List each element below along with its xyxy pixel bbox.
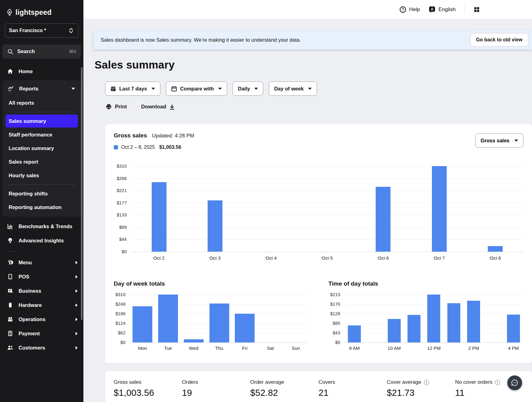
- sidebar-item-staff-performance[interactable]: Staff performance: [6, 128, 78, 141]
- bar[interactable]: [407, 315, 420, 342]
- y-axis-label: $0: [335, 340, 340, 345]
- y-axis-label: $186: [116, 311, 125, 316]
- help-button[interactable]: ? Help: [399, 6, 420, 13]
- gross-sales-card: Gross sales Updated: 4:28 PM Gross sales…: [105, 124, 532, 363]
- svg-text:?: ?: [402, 7, 404, 12]
- summary-stats-card: Gross sales $1,003.56 Orders 19 Order av…: [105, 371, 532, 402]
- granularity-filter[interactable]: Daily: [233, 82, 263, 96]
- compare-with-filter[interactable]: Compare with: [166, 82, 227, 96]
- sub-charts-row: Day of week totals $310$248$186$124$62$0…: [114, 280, 523, 351]
- info-icon[interactable]: i: [495, 380, 500, 385]
- sidebar-item-pos[interactable]: POS: [0, 270, 83, 284]
- bar-slot: [155, 295, 181, 342]
- bar[interactable]: [488, 246, 503, 252]
- y-axis-label: $177: [117, 200, 127, 205]
- sidebar-item-label: All reports: [9, 100, 34, 106]
- sidebar-item-label: Benchmarks & Trends: [19, 224, 72, 229]
- bar[interactable]: [507, 315, 520, 342]
- bar-slot: [355, 166, 411, 252]
- sidebar-item-hardware[interactable]: Hardware: [0, 298, 83, 312]
- bar[interactable]: [208, 200, 222, 252]
- metric-selector-dropdown[interactable]: Gross sales: [475, 133, 523, 148]
- go-back-to-old-view-button[interactable]: Go back to old view: [470, 33, 528, 47]
- sidebar-item-menu[interactable]: Menu: [0, 255, 83, 270]
- bar[interactable]: [133, 306, 152, 343]
- bar-slot: [411, 166, 467, 252]
- search-shortcut: ⌘K: [69, 49, 77, 54]
- bar[interactable]: [152, 182, 167, 252]
- sidebar-item-home[interactable]: Home: [0, 64, 83, 78]
- stat-gross-sales: Gross sales $1,003.56: [114, 379, 182, 398]
- bar-slot: [130, 295, 155, 342]
- location-selector[interactable]: San Francisco *: [5, 23, 78, 38]
- bar[interactable]: [209, 304, 229, 342]
- grouping-filter[interactable]: Day of week: [269, 82, 317, 96]
- print-button[interactable]: Print: [106, 104, 127, 110]
- sidebar-item-reports[interactable]: Reports: [2, 82, 81, 96]
- stat-value: $52.82: [250, 388, 319, 398]
- legend-date-range: Oct 2 – 8, 2025: [121, 144, 155, 150]
- sidebar-item-benchmarks[interactable]: Benchmarks & Trends: [0, 219, 83, 233]
- x-axis-label: 10 AM: [384, 345, 404, 351]
- download-button[interactable]: Download: [141, 104, 175, 110]
- bar[interactable]: [427, 295, 440, 342]
- sidebar-item-label: Menu: [19, 260, 32, 266]
- x-axis-label: [444, 345, 464, 351]
- search-icon: [7, 48, 14, 55]
- bar[interactable]: [235, 314, 255, 342]
- bar-slot: [444, 295, 464, 342]
- bar-slot: [187, 166, 243, 252]
- y-axis-label: $89: [119, 225, 127, 230]
- sidebar-item-hourly-sales[interactable]: Hourly sales: [6, 169, 78, 182]
- sidebar-item-sales-summary[interactable]: Sales summary: [6, 115, 78, 128]
- y-axis-label: $44: [119, 237, 127, 242]
- search-input[interactable]: Search ⌘K: [2, 44, 81, 59]
- sidebar-item-location-summary[interactable]: Location summary: [6, 142, 78, 155]
- search-placeholder: Search: [17, 48, 35, 55]
- bar[interactable]: [348, 325, 361, 342]
- y-axis-label: $170: [330, 302, 340, 307]
- bar[interactable]: [158, 295, 178, 342]
- chevron-down-icon: [514, 140, 518, 142]
- sidebar-scrollbar[interactable]: [81, 67, 82, 320]
- app-switcher-button[interactable]: [473, 6, 480, 13]
- chevron-down-icon: [254, 88, 258, 90]
- sidebar-item-customers[interactable]: Customers: [0, 341, 83, 355]
- download-label: Download: [141, 104, 166, 110]
- date-range-filter[interactable]: Last 7 days: [105, 82, 160, 96]
- chat-support-button[interactable]: [507, 375, 522, 390]
- chevron-right-icon: [75, 261, 78, 265]
- y-axis: $310$266$221$177$133$89$44$0: [114, 166, 131, 252]
- bar[interactable]: [376, 187, 391, 252]
- x-axis-label: 8 AM: [344, 345, 364, 351]
- bar[interactable]: [184, 339, 204, 342]
- bar[interactable]: [388, 319, 401, 342]
- business-icon: [7, 287, 14, 294]
- sidebar-item-operations[interactable]: Operations: [0, 312, 83, 326]
- sidebar-item-reporting-shifts[interactable]: Reporting shifts: [6, 187, 78, 200]
- language-button[interactable]: A English: [429, 6, 456, 13]
- sidebar-item-payment[interactable]: Payment: [0, 326, 83, 341]
- bar[interactable]: [447, 303, 460, 342]
- y-axis-label: $128: [330, 311, 340, 316]
- top-bar: ? Help A English: [83, 0, 532, 19]
- sidebar-item-reporting-automation[interactable]: Reporting automation: [6, 201, 78, 214]
- actions-row: Print Download: [106, 104, 532, 110]
- stat-cover-average: Cover average i $21.73: [387, 379, 455, 398]
- bar[interactable]: [467, 301, 480, 342]
- sidebar-item-business[interactable]: Business: [0, 284, 83, 298]
- sidebar-item-label: Sales report: [9, 159, 38, 165]
- bars-layer: [131, 166, 523, 252]
- time-of-day-section: Time of day totals $213$170$128$85$43$0 …: [328, 280, 523, 351]
- chevron-right-icon: [75, 332, 78, 336]
- sidebar-item-all-reports[interactable]: All reports: [6, 96, 78, 109]
- y-axis-label: $133: [117, 212, 127, 217]
- calendar-outline-icon: [171, 86, 177, 92]
- bar[interactable]: [432, 166, 447, 252]
- sidebar-item-sales-report[interactable]: Sales report: [6, 155, 78, 168]
- bar-slot: [504, 295, 523, 342]
- bar-slot: [424, 295, 444, 342]
- chevron-down-icon: [71, 87, 75, 90]
- sidebar-item-advanced-insights[interactable]: Advanced Insights: [0, 233, 83, 248]
- info-icon[interactable]: i: [424, 380, 429, 385]
